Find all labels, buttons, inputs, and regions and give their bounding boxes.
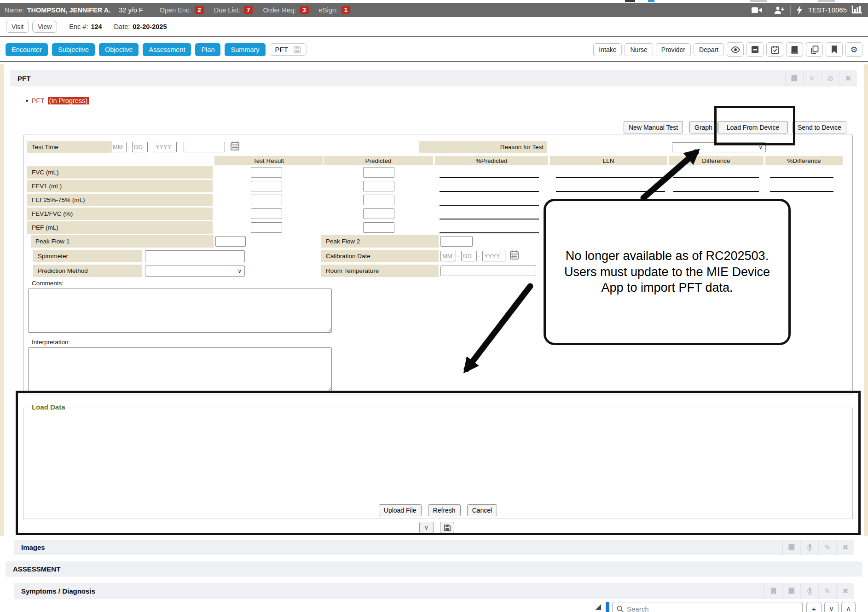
test-result-input[interactable] <box>251 167 282 178</box>
tab-encounter[interactable]: Encounter <box>6 43 48 56</box>
images-section-icons: ✎ ✖ <box>782 540 854 555</box>
predicted-input[interactable] <box>363 167 394 178</box>
quick-action-lightning-icon[interactable] <box>796 6 803 15</box>
provider-button[interactable]: Provider <box>656 43 691 56</box>
tab-plan[interactable]: Plan <box>195 43 220 56</box>
room-temperature-input[interactable] <box>440 266 536 276</box>
col-pct-predicted: %Predicted <box>435 156 548 165</box>
resize-handle[interactable] <box>595 604 601 610</box>
comments-textarea[interactable] <box>28 289 332 333</box>
close-icon[interactable]: ✖ <box>836 540 854 555</box>
archive-box-icon[interactable] <box>746 42 764 57</box>
calibration-year-input[interactable] <box>482 251 505 261</box>
due-list-label: Due List: <box>214 6 240 14</box>
print-book-icon[interactable] <box>782 540 800 555</box>
order-req-count[interactable]: 3 <box>300 6 309 14</box>
row-label-fev1-fvc: FEV1/FVC (%) <box>27 208 213 220</box>
interpretation-textarea[interactable] <box>28 347 332 392</box>
divider <box>790 6 791 15</box>
open-enc-count[interactable]: 2 <box>195 6 204 14</box>
pct-predicted-line <box>440 177 539 178</box>
peak-flow-2-input[interactable] <box>440 236 473 247</box>
disable-ban-icon[interactable]: ⊘ <box>821 70 839 87</box>
predicted-input[interactable] <box>363 222 394 233</box>
peak-flow-2-label: Peak Flow 2 <box>321 235 439 248</box>
order-req-label: Order Req: <box>263 6 296 14</box>
chart-book-icon[interactable] <box>786 42 803 57</box>
calendar-icon[interactable] <box>231 141 239 150</box>
test-time-day-input[interactable] <box>132 142 148 152</box>
search-icon <box>617 606 624 612</box>
chevron-up-button[interactable]: ∧ <box>841 602 856 612</box>
close-icon[interactable]: ✖ <box>839 70 857 87</box>
new-manual-test-button[interactable]: New Manual Test <box>624 121 683 133</box>
tab-assessment[interactable]: Assessment <box>143 43 191 56</box>
chevron-down-icon: ∨ <box>237 268 242 274</box>
tab-pft-active[interactable]: PFT <box>270 43 307 56</box>
send-to-device-button[interactable]: Send to Device <box>793 121 846 133</box>
row-label-fef: FEF25%-75% (mL) <box>27 194 213 206</box>
add-button[interactable]: + <box>806 602 822 612</box>
print-book-icon[interactable] <box>785 70 803 87</box>
col-predicted: Predicted <box>324 156 433 165</box>
date-dash: - <box>149 143 150 150</box>
nurse-button[interactable]: Nurse <box>625 43 653 56</box>
settings-gears-icon[interactable]: ⚙ <box>845 42 862 57</box>
row-label-fev1: FEV1 (mL) <box>27 180 213 192</box>
test-result-input[interactable] <box>251 208 282 219</box>
calendar-check-icon[interactable] <box>766 42 783 57</box>
search-input[interactable] <box>627 605 779 612</box>
print-book-icon[interactable] <box>782 583 800 599</box>
test-result-input[interactable] <box>251 195 282 205</box>
prediction-method-select[interactable]: ∨ <box>145 266 245 277</box>
view-button[interactable]: View <box>32 21 57 33</box>
copy-pages-icon[interactable] <box>806 42 823 57</box>
microphone-icon[interactable] <box>800 583 818 599</box>
microphone-icon[interactable] <box>800 540 818 555</box>
name-label: Name: <box>5 6 24 14</box>
save-icon[interactable] <box>294 46 301 53</box>
bookmark-icon[interactable] <box>764 583 782 599</box>
tab-summary[interactable]: Summary <box>225 43 265 56</box>
predicted-input[interactable] <box>363 208 394 219</box>
eye-icon[interactable] <box>727 42 744 57</box>
pft-list-item: • PFT (In Progress) <box>26 97 89 104</box>
spirometer-input[interactable] <box>145 250 245 262</box>
collapse-double-chevron-icon[interactable]: » <box>803 70 821 87</box>
tab-subjective[interactable]: Subjective <box>52 43 95 56</box>
test-time-year-input[interactable] <box>154 142 177 152</box>
esign-count[interactable]: 1 <box>341 6 351 14</box>
test-time-month-input[interactable] <box>111 142 127 152</box>
video-call-icon[interactable] <box>751 6 762 14</box>
intake-button[interactable]: Intake <box>593 43 622 56</box>
left-margin-strip <box>0 64 4 536</box>
graph-button[interactable]: Graph <box>689 121 718 133</box>
pft-item-link[interactable]: PFT <box>31 97 44 104</box>
depart-button[interactable]: Depart <box>694 43 724 56</box>
peak-flow-1-input[interactable] <box>215 236 246 247</box>
test-result-input[interactable] <box>251 222 282 233</box>
calendar-icon[interactable] <box>510 250 519 260</box>
focus-indicator-bar <box>606 602 609 612</box>
diagnosis-search[interactable] <box>612 602 803 612</box>
active-tab-label: PFT <box>275 46 288 53</box>
bookmark-icon[interactable] <box>826 42 843 57</box>
pct-predicted-line <box>440 232 539 233</box>
add-patient-icon[interactable] <box>774 6 785 15</box>
stats-chart-icon[interactable] <box>851 6 862 15</box>
close-icon[interactable]: ✖ <box>836 583 854 599</box>
calibration-month-input[interactable] <box>440 251 456 261</box>
edit-pencil-icon[interactable]: ✎ <box>818 583 836 599</box>
test-result-input[interactable] <box>251 181 282 191</box>
visit-button[interactable]: Visit <box>6 21 29 33</box>
predicted-input[interactable] <box>363 181 394 191</box>
predicted-input[interactable] <box>363 195 394 205</box>
edit-pencil-icon[interactable]: ✎ <box>818 540 836 555</box>
tab-objective[interactable]: Objective <box>99 43 139 56</box>
pct-difference-line <box>770 177 833 178</box>
test-time-time-input[interactable] <box>184 142 225 152</box>
calibration-day-input[interactable] <box>461 251 477 261</box>
due-list-count[interactable]: 7 <box>244 6 253 14</box>
chevron-down-button[interactable]: ∨ <box>824 602 839 612</box>
pct-difference-line <box>770 191 833 192</box>
